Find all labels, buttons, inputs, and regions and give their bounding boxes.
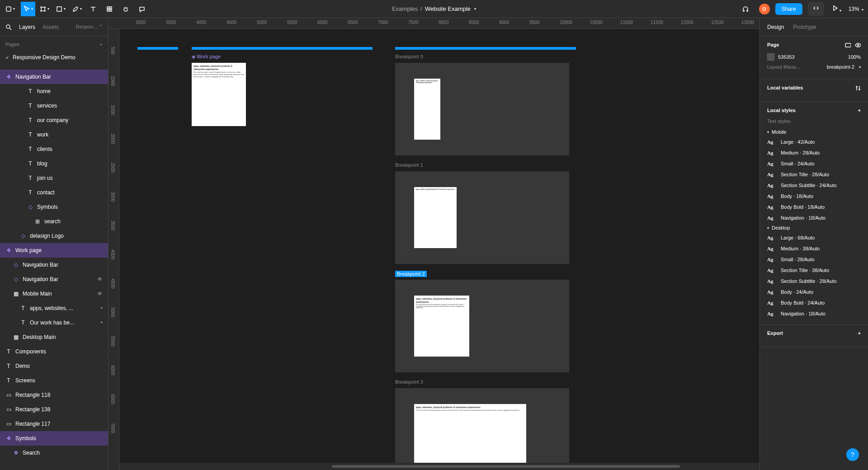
document-title[interactable]: Examples / Website Example ▾ [392,5,476,12]
frame-container-breakpoint-2[interactable]: Breakpoint 2 apps, websites, physical pr… [395,280,569,372]
page-bg-color[interactable]: 535353 [778,54,795,60]
text-style-item[interactable]: AgSection Subtitle · 28/Auto [767,276,861,287]
frame-label[interactable]: Breakpoint 0 [395,54,423,59]
add-style-button[interactable]: + [858,108,861,113]
move-tool-button[interactable]: ▾ [21,2,35,16]
layer-item[interactable]: ❖Symbols [0,431,108,446]
layout-manager-value[interactable]: breakpoint-2 [827,64,854,70]
frame-label[interactable]: Breakpoint 1 [395,162,423,168]
frame-breakpoint-1[interactable]: apps, websites, physical products & inte… [414,187,457,248]
layer-item[interactable]: Tcontact [0,185,108,200]
layer-item[interactable]: Tjoin us [0,171,108,185]
settings-icon[interactable] [854,85,861,91]
text-style-item[interactable]: AgBody · 18/Auto [767,191,861,202]
page-dropdown[interactable]: Respon... ⌃ [76,24,103,30]
text-style-item[interactable]: AgSection Title · 38/Auto [767,265,861,276]
frame-tool-button[interactable]: ▾ [37,2,52,16]
add-export-button[interactable]: + [858,330,861,336]
dev-mode-button[interactable] [808,2,824,16]
frame-container-breakpoint-1[interactable]: Breakpoint 1 apps, websites, physical pr… [395,171,569,264]
resource-tool-button[interactable] [102,2,117,16]
text-style-item[interactable]: AgBody Bold · 24/Auto [767,297,861,308]
frame-breakpoint-0[interactable]: apps, websites, physical products & inte… [414,79,440,140]
layer-item[interactable]: ❖Navigation Bar [0,70,108,84]
lock-icon[interactable]: • [101,305,103,311]
main-menu-button[interactable]: ▾ [1,2,19,16]
text-style-item[interactable]: AgNavigation · 18/Auto [767,308,861,319]
layer-item[interactable]: ◇Symbols [0,200,108,214]
layer-item[interactable]: ◇Navigation Bar👁 [0,272,108,287]
prototype-settings-icon[interactable] [844,42,851,48]
layer-item[interactable]: ▭Rectangle 117 [0,417,108,431]
frame-container-breakpoint-0[interactable]: Breakpoint 0 apps, websites, physical pr… [395,63,569,155]
layer-item[interactable]: ❖Search [0,446,108,460]
text-style-item[interactable]: AgSmall · 28/Auto [767,254,861,265]
layer-item[interactable]: TScreens [0,373,108,388]
frame-container-breakpoint-3[interactable]: Breakpoint 3 apps, websites, physical pr… [395,388,569,470]
tab-prototype[interactable]: Prototype [793,24,816,30]
pen-tool-button[interactable]: ▾ [70,2,84,16]
present-button[interactable]: ▾ [830,3,843,15]
visibility-icon[interactable]: 👁 [97,291,103,297]
layer-item[interactable]: Twork [0,127,108,142]
layer-item[interactable]: ▦Desktop Main [0,330,108,344]
user-avatar[interactable]: O [759,4,770,14]
frame-label[interactable]: ◈ Work page [192,54,221,60]
layer-item[interactable]: ◇Navigation Bar [0,258,108,272]
layer-item[interactable]: Tour company [0,113,108,127]
style-group-header[interactable]: ▾Desktop [767,223,861,232]
zoom-level[interactable]: 13% ▾ [849,6,863,12]
comment-tool-button[interactable] [135,2,149,16]
frame-work-page[interactable]: ◈ Work page apps, websites, physical pro… [192,63,246,126]
layer-item[interactable]: ▦Mobile Main👁 [0,287,108,301]
add-page-button[interactable]: + [100,42,103,47]
search-icon[interactable] [5,24,12,30]
layer-item[interactable]: TOur work has be...• [0,315,108,330]
style-group-header[interactable]: ▾Mobile [767,127,861,136]
layer-item[interactable]: TDemo [0,359,108,373]
frame-breakpoint-3[interactable]: apps, websites, physical products & inte… [414,404,526,465]
text-style-item[interactable]: AgLarge · 68/Auto [767,232,861,243]
layer-item[interactable]: Tblog [0,156,108,171]
lock-icon[interactable]: • [101,320,103,326]
text-style-item[interactable]: AgMedium · 28/Auto [767,147,861,158]
frame-label[interactable]: Breakpoint 2 [395,271,427,277]
text-tool-button[interactable] [86,2,100,16]
tab-design[interactable]: Design [767,24,784,30]
layer-item[interactable]: TComponents [0,344,108,359]
layer-item[interactable]: ⊞search [0,214,108,229]
shape-tool-button[interactable]: ▾ [53,2,68,16]
horizontal-scrollbar[interactable] [119,463,760,470]
visibility-icon[interactable]: 👁 [97,276,103,282]
scrollbar-thumb[interactable] [332,465,680,468]
layer-item[interactable]: ▭Rectangle 118 [0,388,108,402]
text-style-item[interactable]: AgSmall · 24/Auto [767,158,861,169]
layer-item[interactable]: Thome [0,84,108,99]
text-style-item[interactable]: AgSection Subtitle · 24/Auto [767,180,861,191]
layer-item[interactable]: Tservices [0,99,108,113]
text-style-item[interactable]: AgSection Title · 28/Auto [767,169,861,180]
layer-item[interactable]: Tclients [0,142,108,156]
canvas[interactable]: 3000350040004500500055006000650070007500… [108,18,760,470]
text-style-item[interactable]: AgBody · 24/Auto [767,287,861,297]
page-background-swatch[interactable] [767,53,774,61]
text-style-item[interactable]: AgLarge · 42/Auto [767,136,861,147]
text-style-item[interactable]: AgBody Bold · 18/Auto [767,202,861,212]
tab-assets[interactable]: Assets [42,24,59,30]
frame-breakpoint-2[interactable]: apps, websites, physical products & inte… [414,296,469,357]
frame-label[interactable]: Breakpoint 3 [395,379,423,385]
hand-tool-button[interactable] [118,2,133,16]
page-item[interactable]: ✓ Responsive Design Demo [5,52,103,62]
text-style-item[interactable]: AgMedium · 38/Auto [767,243,861,254]
eye-icon[interactable] [854,42,861,48]
tab-layers[interactable]: Layers [19,24,35,30]
page-bg-opacity[interactable]: 100% [848,54,861,60]
layer-item[interactable]: ◇delasign Logo [0,229,108,243]
layer-item[interactable]: ❖Work page [0,243,108,258]
audio-button[interactable] [738,2,753,16]
layer-item[interactable]: ▭Rectangle 138 [0,402,108,417]
text-style-item[interactable]: AgNavigation · 18/Auto [767,212,861,223]
canvas-viewport[interactable]: ◈ Work page apps, websites, physical pro… [119,29,760,463]
layer-item[interactable]: Tapps, websites, ...• [0,301,108,315]
share-button[interactable]: Share [775,3,802,15]
